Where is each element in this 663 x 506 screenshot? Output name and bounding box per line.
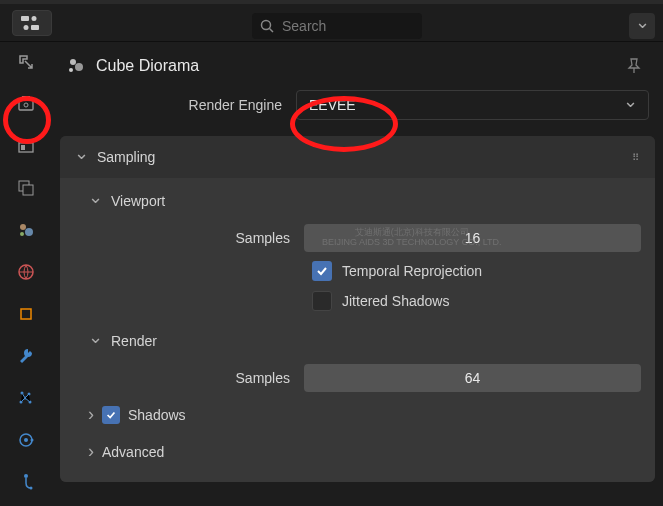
svg-line-5 bbox=[270, 29, 274, 33]
tab-constraints[interactable] bbox=[12, 468, 40, 496]
tab-render[interactable] bbox=[12, 90, 40, 118]
svg-rect-12 bbox=[23, 185, 33, 195]
svg-point-24 bbox=[24, 438, 28, 442]
tab-scene[interactable] bbox=[12, 216, 40, 244]
viewlayer-icon bbox=[17, 179, 35, 197]
sampling-title: Sampling bbox=[97, 149, 155, 165]
svg-point-15 bbox=[20, 232, 24, 236]
svg-point-26 bbox=[24, 474, 28, 478]
output-icon bbox=[17, 137, 35, 155]
tab-particles[interactable] bbox=[12, 384, 40, 412]
svg-rect-0 bbox=[21, 16, 29, 21]
render-icon bbox=[17, 95, 35, 113]
shadows-subpanel-header[interactable]: Shadows bbox=[60, 396, 655, 433]
tab-viewlayer[interactable] bbox=[12, 174, 40, 202]
tab-physics[interactable] bbox=[12, 426, 40, 454]
tab-output[interactable] bbox=[12, 132, 40, 160]
temporal-reprojection-label: Temporal Reprojection bbox=[342, 263, 482, 279]
temporal-reprojection-row: Temporal Reprojection bbox=[60, 256, 655, 286]
svg-point-3 bbox=[24, 25, 29, 30]
chevron-down-icon bbox=[623, 94, 638, 116]
tab-tool[interactable] bbox=[12, 48, 40, 76]
viewport-subpanel-header[interactable]: Viewport bbox=[60, 182, 655, 220]
pin-button[interactable] bbox=[625, 57, 643, 75]
drag-grip-icon[interactable]: ⠿ bbox=[632, 152, 641, 163]
render-engine-select[interactable]: EEVEE bbox=[296, 90, 649, 120]
pin-icon bbox=[625, 57, 643, 75]
svg-point-1 bbox=[32, 16, 37, 21]
render-engine-value: EEVEE bbox=[309, 97, 356, 113]
check-icon bbox=[315, 264, 329, 278]
jittered-shadows-checkbox[interactable] bbox=[312, 291, 332, 311]
render-samples-value: 64 bbox=[465, 370, 481, 386]
svg-rect-7 bbox=[22, 96, 30, 99]
header-options-button[interactable] bbox=[629, 13, 655, 39]
viewport-samples-row: Samples 艾迪斯通(北京)科技有限公司BEIJING AIDS 3D TE… bbox=[60, 220, 655, 256]
check-icon bbox=[105, 409, 117, 421]
search-input[interactable]: Search bbox=[252, 13, 422, 39]
constraints-icon bbox=[17, 473, 35, 491]
object-icon bbox=[17, 305, 35, 323]
tab-world[interactable] bbox=[12, 258, 40, 286]
properties-tab-rail bbox=[0, 42, 52, 506]
jittered-shadows-row: Jittered Shadows bbox=[60, 286, 655, 316]
svg-point-14 bbox=[25, 228, 33, 236]
editor-header: Search bbox=[0, 4, 663, 42]
svg-point-25 bbox=[31, 439, 34, 442]
properties-icon bbox=[21, 15, 43, 31]
physics-icon bbox=[17, 431, 35, 449]
svg-point-13 bbox=[20, 224, 26, 230]
svg-point-8 bbox=[24, 103, 28, 107]
datablock-title-row: Cube Diorama bbox=[58, 50, 657, 90]
render-engine-label: Render Engine bbox=[66, 97, 296, 113]
shadows-label: Shadows bbox=[128, 407, 186, 423]
svg-point-28 bbox=[70, 59, 76, 65]
world-icon bbox=[17, 263, 35, 281]
viewport-samples-value: 16 bbox=[465, 230, 481, 246]
render-samples-row: Samples 64 bbox=[60, 360, 655, 396]
render-samples-label: Samples bbox=[60, 370, 304, 386]
svg-rect-2 bbox=[31, 25, 39, 30]
render-samples-input[interactable]: 64 bbox=[304, 364, 641, 392]
chevron-right-icon bbox=[88, 441, 94, 462]
search-icon bbox=[260, 19, 274, 33]
viewport-samples-label: Samples bbox=[60, 230, 304, 246]
svg-rect-17 bbox=[21, 309, 31, 319]
svg-rect-10 bbox=[21, 145, 25, 150]
advanced-label: Advanced bbox=[102, 444, 164, 460]
tab-modifiers[interactable] bbox=[12, 342, 40, 370]
tab-object[interactable] bbox=[12, 300, 40, 328]
chevron-down-icon bbox=[88, 330, 103, 352]
tool-icon bbox=[17, 53, 35, 71]
properties-main: Cube Diorama Render Engine EEVEE Samplin… bbox=[52, 42, 663, 506]
chevron-down-icon bbox=[635, 15, 650, 37]
svg-rect-6 bbox=[19, 99, 33, 110]
datablock-title: Cube Diorama bbox=[96, 57, 199, 75]
scene-datablock-icon bbox=[66, 56, 86, 76]
render-engine-row: Render Engine EEVEE bbox=[58, 90, 657, 134]
sampling-header[interactable]: Sampling ⠿ bbox=[60, 136, 655, 178]
editor-type-switch[interactable] bbox=[12, 10, 52, 36]
temporal-reprojection-checkbox[interactable] bbox=[312, 261, 332, 281]
jittered-shadows-label: Jittered Shadows bbox=[342, 293, 449, 309]
advanced-subpanel-header[interactable]: Advanced bbox=[60, 433, 655, 470]
viewport-samples-input[interactable]: 艾迪斯通(北京)科技有限公司BEIJING AIDS 3D TECHNOLOGY… bbox=[304, 224, 641, 252]
chevron-down-icon bbox=[74, 146, 89, 168]
svg-point-29 bbox=[75, 63, 83, 71]
scene-icon bbox=[17, 221, 35, 239]
viewport-title: Viewport bbox=[111, 193, 165, 209]
particles-icon bbox=[17, 389, 35, 407]
search-placeholder: Search bbox=[282, 18, 326, 34]
wrench-icon bbox=[17, 347, 35, 365]
render-subpanel-header[interactable]: Render bbox=[60, 322, 655, 360]
chevron-right-icon bbox=[88, 404, 94, 425]
svg-point-4 bbox=[262, 21, 271, 30]
svg-point-27 bbox=[30, 487, 33, 490]
render-subpanel-title: Render bbox=[111, 333, 157, 349]
chevron-down-icon bbox=[88, 190, 103, 212]
sampling-panel: Sampling ⠿ Viewport Samples 艾迪斯通(北京)科技有限… bbox=[60, 136, 655, 482]
svg-point-30 bbox=[69, 68, 73, 72]
shadows-enable-checkbox[interactable] bbox=[102, 406, 120, 424]
